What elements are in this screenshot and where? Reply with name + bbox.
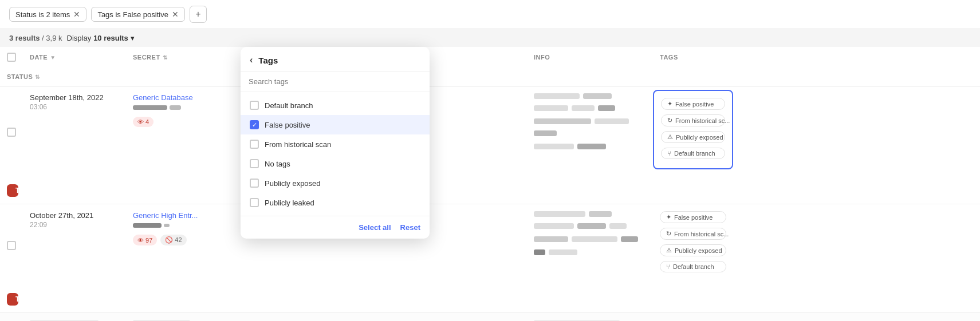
table-row: September 18th, 2022 03:06 Generic Datab… (0, 86, 980, 204)
option-publicly-leaked-label: Publicly leaked (265, 199, 314, 207)
row1-info-cell (527, 86, 653, 173)
tags-filter-close[interactable]: ✕ (172, 10, 179, 19)
col-tags[interactable]: TAGS (653, 47, 733, 68)
option-publicly-exposed[interactable]: Publicly exposed (241, 173, 430, 193)
table-row (0, 313, 980, 321)
row1-tag-historical: ↻ From historical sc... (661, 114, 725, 126)
status-filter-chip[interactable]: Status is 2 items ✕ (9, 7, 86, 22)
table-area: DATE ▼ SECRET ⇅ INFO TAGS STATUS ⇅ (0, 47, 980, 321)
row1-date: September 18th, 2022 (30, 93, 119, 102)
row1-tags-cell: ✦ False positive ↻ From historical sc...… (653, 90, 733, 169)
row2-date: October 27th, 2021 (30, 211, 119, 220)
option-false-positive-label: False positive (265, 121, 310, 129)
filter-bar: Status is 2 items ✕ Tags is False positi… (0, 0, 980, 29)
option-historical-scan[interactable]: From historical scan (241, 134, 430, 154)
col-checkbox[interactable] (0, 47, 23, 68)
tags-filter-chip[interactable]: Tags is False positive ✕ (91, 7, 185, 22)
add-filter-button[interactable]: + (190, 6, 207, 23)
status-filter-label: Status is 2 items (15, 10, 70, 19)
row2-checkbox[interactable] (7, 241, 16, 250)
reset-button[interactable]: Reset (400, 223, 420, 232)
tags-search-input[interactable] (249, 77, 422, 86)
row1-checkbox[interactable] (7, 128, 16, 137)
date-sort-icon: ▼ (50, 54, 56, 61)
row1-tag-publicly-exposed: ⚠ Publicly exposed (661, 131, 725, 143)
select-all-checkbox[interactable] (7, 53, 16, 62)
tags-dropdown: ‹ Tags Default branch False positive Fro… (241, 47, 430, 239)
row1-eye-badge[interactable]: 👁 4 (133, 117, 154, 127)
dropdown-footer: Select all Reset (241, 216, 430, 239)
results-bar: 3 results / 3,9 k Display 10 results ▾ (0, 29, 980, 47)
secret-sort-icon: ⇅ (163, 54, 168, 61)
row1-checkbox-cell[interactable] (0, 86, 23, 173)
tags-filter-label: Tags is False positive (97, 10, 168, 19)
row2-info-cell (527, 204, 653, 282)
table-row: October 27th, 2021 22:09 Generic High En… (0, 204, 980, 313)
row2-time: 22:09 (30, 221, 119, 229)
results-count: 3 results / 3,9 k (9, 34, 62, 42)
option-default-branch[interactable]: Default branch (241, 96, 430, 115)
row2-tags-cell: ✦ False positive ↻ From historical sc...… (653, 204, 733, 282)
main-content: DATE ▼ SECRET ⇅ INFO TAGS STATUS ⇅ (0, 47, 980, 321)
status-filter-close[interactable]: ✕ (73, 10, 80, 19)
status-sort-icon: ⇅ (35, 74, 40, 80)
row2-tag-default-branch: ⑂ Default branch (660, 261, 726, 272)
row2-status-badge[interactable]: Triggered (7, 293, 18, 306)
option-publicly-leaked-checkbox[interactable] (250, 198, 259, 207)
select-all-button[interactable]: Select all (359, 223, 391, 232)
row2-tag-publicly-exposed: ⚠ Publicly exposed (660, 244, 726, 256)
row2-tag-false-positive: ✦ False positive (660, 211, 726, 223)
row2-eye-badge[interactable]: 👁 97 (133, 235, 157, 245)
row1-tag-false-positive: ✦ False positive (661, 98, 725, 110)
option-no-tags-checkbox[interactable] (250, 159, 259, 168)
option-historical-scan-label: From historical scan (265, 140, 331, 149)
table-header: DATE ▼ SECRET ⇅ INFO TAGS STATUS ⇅ (0, 47, 980, 86)
row2-checkbox-cell[interactable] (0, 204, 23, 282)
option-false-positive[interactable]: False positive (241, 115, 430, 134)
option-publicly-exposed-checkbox[interactable] (250, 179, 259, 188)
dropdown-back-button[interactable]: ‹ (250, 55, 253, 65)
row1-status-badge[interactable]: Triggered (7, 184, 18, 197)
row2-date-cell: October 27th, 2021 22:09 (23, 204, 126, 282)
option-no-tags[interactable]: No tags (241, 154, 430, 173)
options-list: Default branch False positive From histo… (241, 92, 430, 216)
row1-tag-default-branch: ⑂ Default branch (661, 148, 725, 159)
dropdown-title: Tags (258, 56, 278, 65)
row1-date-cell: September 18th, 2022 03:06 (23, 86, 126, 173)
search-box (241, 72, 430, 92)
row2-hide-badge[interactable]: 🚫 42 (160, 235, 186, 245)
col-date[interactable]: DATE ▼ (23, 47, 126, 68)
row2-tag-historical: ↻ From historical sc... (660, 228, 726, 240)
row1-status-cell: Triggered (0, 173, 23, 204)
col-status[interactable]: STATUS ⇅ (0, 68, 23, 86)
option-false-positive-checkbox[interactable] (250, 120, 259, 129)
option-default-branch-checkbox[interactable] (250, 101, 259, 110)
dropdown-header: ‹ Tags (241, 47, 430, 72)
option-historical-scan-checkbox[interactable] (250, 140, 259, 149)
display-selector[interactable]: Display 10 results ▾ (67, 34, 135, 42)
option-default-branch-label: Default branch (265, 101, 313, 110)
option-publicly-exposed-label: Publicly exposed (265, 179, 321, 188)
col-info[interactable]: INFO (527, 47, 653, 68)
row2-status-cell: Triggered (0, 282, 23, 312)
option-publicly-leaked[interactable]: Publicly leaked (241, 193, 430, 212)
row1-time: 03:06 (30, 103, 119, 111)
option-no-tags-label: No tags (265, 160, 290, 168)
